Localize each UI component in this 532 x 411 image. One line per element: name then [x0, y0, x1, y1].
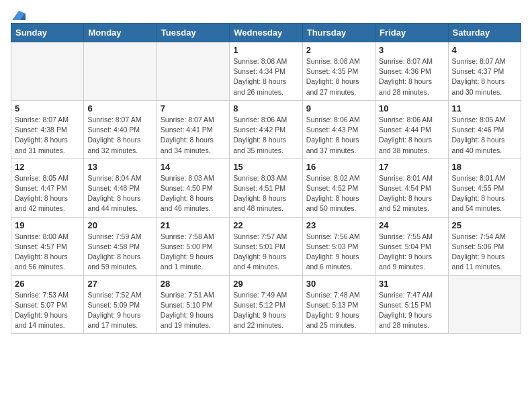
logo-icon	[12, 11, 26, 20]
day-number: 12	[15, 162, 80, 172]
day-info: Sunrise: 8:07 AM Sunset: 4:40 PM Dayligh…	[87, 115, 152, 156]
day-info: Sunrise: 7:55 AM Sunset: 5:04 PM Dayligh…	[379, 232, 444, 273]
day-info: Sunrise: 8:07 AM Sunset: 4:41 PM Dayligh…	[161, 115, 226, 156]
day-info: Sunrise: 8:07 AM Sunset: 4:37 PM Dayligh…	[452, 56, 517, 97]
calendar-cell: 11Sunrise: 8:05 AM Sunset: 4:46 PM Dayli…	[448, 100, 521, 158]
day-number: 24	[379, 220, 444, 230]
calendar-cell: 15Sunrise: 8:03 AM Sunset: 4:51 PM Dayli…	[230, 158, 302, 217]
day-info: Sunrise: 8:08 AM Sunset: 4:35 PM Dayligh…	[306, 56, 371, 97]
day-info: Sunrise: 8:03 AM Sunset: 4:51 PM Dayligh…	[233, 173, 298, 214]
weekday-header: Friday	[375, 24, 448, 42]
calendar-table: SundayMondayTuesdayWednesdayThursdayFrid…	[11, 23, 521, 334]
calendar-cell: 18Sunrise: 8:01 AM Sunset: 4:55 PM Dayli…	[448, 158, 521, 217]
calendar-cell: 14Sunrise: 8:03 AM Sunset: 4:50 PM Dayli…	[157, 158, 229, 217]
day-number: 26	[15, 279, 80, 289]
calendar-cell: 4Sunrise: 8:07 AM Sunset: 4:37 PM Daylig…	[448, 42, 521, 101]
logo	[11, 11, 26, 17]
calendar-cell: 25Sunrise: 7:54 AM Sunset: 5:06 PM Dayli…	[448, 217, 521, 275]
calendar-cell: 7Sunrise: 8:07 AM Sunset: 4:41 PM Daylig…	[157, 100, 229, 158]
day-info: Sunrise: 8:07 AM Sunset: 4:36 PM Dayligh…	[379, 56, 444, 97]
calendar-cell: 10Sunrise: 8:06 AM Sunset: 4:44 PM Dayli…	[375, 100, 448, 158]
day-number: 22	[233, 220, 298, 230]
day-number: 27	[87, 279, 152, 289]
day-number: 3	[379, 45, 444, 55]
day-number: 15	[233, 162, 298, 172]
day-number: 11	[452, 103, 517, 113]
day-number: 30	[306, 279, 371, 289]
calendar-cell: 17Sunrise: 8:01 AM Sunset: 4:54 PM Dayli…	[375, 158, 448, 217]
calendar-cell: 29Sunrise: 7:49 AM Sunset: 5:12 PM Dayli…	[230, 275, 302, 334]
page-header	[11, 11, 521, 17]
day-info: Sunrise: 8:02 AM Sunset: 4:52 PM Dayligh…	[306, 173, 371, 214]
calendar-cell	[157, 42, 229, 101]
day-info: Sunrise: 8:05 AM Sunset: 4:46 PM Dayligh…	[452, 115, 517, 156]
calendar-week-row: 1Sunrise: 8:08 AM Sunset: 4:34 PM Daylig…	[11, 42, 521, 101]
calendar-cell: 2Sunrise: 8:08 AM Sunset: 4:35 PM Daylig…	[302, 42, 375, 101]
day-info: Sunrise: 7:54 AM Sunset: 5:06 PM Dayligh…	[452, 232, 517, 273]
day-number: 7	[161, 103, 226, 113]
calendar-cell: 8Sunrise: 8:06 AM Sunset: 4:42 PM Daylig…	[230, 100, 302, 158]
calendar-cell: 12Sunrise: 8:05 AM Sunset: 4:47 PM Dayli…	[11, 158, 84, 217]
day-number: 19	[15, 220, 80, 230]
day-number: 23	[306, 220, 371, 230]
calendar-cell	[84, 42, 157, 101]
day-info: Sunrise: 7:59 AM Sunset: 4:58 PM Dayligh…	[87, 232, 152, 273]
calendar-cell	[448, 275, 521, 334]
day-number: 14	[161, 162, 226, 172]
calendar-cell: 31Sunrise: 7:47 AM Sunset: 5:15 PM Dayli…	[375, 275, 448, 334]
day-number: 6	[87, 103, 152, 113]
weekday-header: Wednesday	[230, 24, 302, 42]
day-info: Sunrise: 8:03 AM Sunset: 4:50 PM Dayligh…	[161, 173, 226, 214]
calendar-cell: 27Sunrise: 7:52 AM Sunset: 5:09 PM Dayli…	[84, 275, 157, 334]
weekday-header: Sunday	[11, 24, 84, 42]
calendar-cell: 23Sunrise: 7:56 AM Sunset: 5:03 PM Dayli…	[302, 217, 375, 275]
day-number: 5	[15, 103, 80, 113]
calendar-cell: 20Sunrise: 7:59 AM Sunset: 4:58 PM Dayli…	[84, 217, 157, 275]
calendar-cell: 1Sunrise: 8:08 AM Sunset: 4:34 PM Daylig…	[230, 42, 302, 101]
calendar-cell: 19Sunrise: 8:00 AM Sunset: 4:57 PM Dayli…	[11, 217, 84, 275]
calendar-cell: 22Sunrise: 7:57 AM Sunset: 5:01 PM Dayli…	[230, 217, 302, 275]
calendar-cell: 21Sunrise: 7:58 AM Sunset: 5:00 PM Dayli…	[157, 217, 229, 275]
day-number: 17	[379, 162, 444, 172]
day-number: 31	[379, 279, 444, 289]
day-info: Sunrise: 8:08 AM Sunset: 4:34 PM Dayligh…	[233, 56, 298, 97]
day-number: 1	[233, 45, 298, 55]
weekday-header: Tuesday	[157, 24, 229, 42]
day-info: Sunrise: 8:05 AM Sunset: 4:47 PM Dayligh…	[15, 173, 80, 214]
day-info: Sunrise: 7:56 AM Sunset: 5:03 PM Dayligh…	[306, 232, 371, 273]
day-number: 29	[233, 279, 298, 289]
day-info: Sunrise: 7:52 AM Sunset: 5:09 PM Dayligh…	[87, 290, 152, 331]
calendar-cell: 26Sunrise: 7:53 AM Sunset: 5:07 PM Dayli…	[11, 275, 84, 334]
calendar-cell: 24Sunrise: 7:55 AM Sunset: 5:04 PM Dayli…	[375, 217, 448, 275]
day-number: 18	[452, 162, 517, 172]
weekday-header: Saturday	[448, 24, 521, 42]
calendar-week-row: 19Sunrise: 8:00 AM Sunset: 4:57 PM Dayli…	[11, 217, 521, 275]
day-number: 16	[306, 162, 371, 172]
calendar-cell: 9Sunrise: 8:06 AM Sunset: 4:43 PM Daylig…	[302, 100, 375, 158]
calendar-week-row: 26Sunrise: 7:53 AM Sunset: 5:07 PM Dayli…	[11, 275, 521, 334]
calendar-cell	[11, 42, 84, 101]
calendar-cell: 5Sunrise: 8:07 AM Sunset: 4:38 PM Daylig…	[11, 100, 84, 158]
calendar-week-row: 12Sunrise: 8:05 AM Sunset: 4:47 PM Dayli…	[11, 158, 521, 217]
calendar-cell: 30Sunrise: 7:48 AM Sunset: 5:13 PM Dayli…	[302, 275, 375, 334]
day-number: 4	[452, 45, 517, 55]
day-info: Sunrise: 8:01 AM Sunset: 4:55 PM Dayligh…	[452, 173, 517, 214]
day-number: 20	[87, 220, 152, 230]
day-number: 10	[379, 103, 444, 113]
day-number: 25	[452, 220, 517, 230]
day-info: Sunrise: 7:57 AM Sunset: 5:01 PM Dayligh…	[233, 232, 298, 273]
day-info: Sunrise: 7:58 AM Sunset: 5:00 PM Dayligh…	[161, 232, 226, 273]
calendar-cell: 16Sunrise: 8:02 AM Sunset: 4:52 PM Dayli…	[302, 158, 375, 217]
day-number: 28	[161, 279, 226, 289]
day-info: Sunrise: 7:53 AM Sunset: 5:07 PM Dayligh…	[15, 290, 80, 331]
day-info: Sunrise: 7:47 AM Sunset: 5:15 PM Dayligh…	[379, 290, 444, 331]
day-info: Sunrise: 8:00 AM Sunset: 4:57 PM Dayligh…	[15, 232, 80, 273]
day-info: Sunrise: 8:06 AM Sunset: 4:42 PM Dayligh…	[233, 115, 298, 156]
day-number: 2	[306, 45, 371, 55]
calendar-week-row: 5Sunrise: 8:07 AM Sunset: 4:38 PM Daylig…	[11, 100, 521, 158]
day-number: 9	[306, 103, 371, 113]
calendar-cell: 28Sunrise: 7:51 AM Sunset: 5:10 PM Dayli…	[157, 275, 229, 334]
calendar-cell: 3Sunrise: 8:07 AM Sunset: 4:36 PM Daylig…	[375, 42, 448, 101]
day-number: 21	[161, 220, 226, 230]
day-number: 13	[87, 162, 152, 172]
